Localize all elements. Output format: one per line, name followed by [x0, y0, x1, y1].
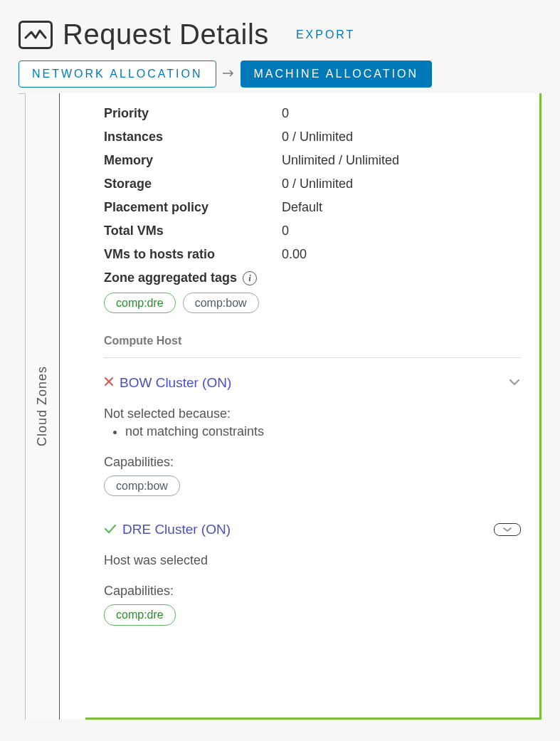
- x-icon: [104, 377, 114, 389]
- not-selected-reasons: not matching constraints: [104, 424, 521, 439]
- kv-val: 0 / Unlimited: [282, 177, 353, 191]
- info-icon[interactable]: i: [243, 271, 257, 285]
- host-selected-line: Host was selected: [104, 553, 521, 568]
- kv-key: VMs to hosts ratio: [104, 247, 282, 262]
- kv-total-vms: Total VMs 0: [104, 224, 521, 238]
- tag-comp-bow: comp:bow: [183, 293, 259, 313]
- kv-placement-policy: Placement policy Default: [104, 200, 521, 215]
- host-header-bow[interactable]: BOW Cluster (ON): [104, 375, 521, 391]
- kv-instances: Instances 0 / Unlimited: [104, 130, 521, 144]
- kv-val: Default: [282, 200, 322, 215]
- host-name: DRE Cluster (ON): [122, 522, 231, 537]
- check-icon: [104, 522, 117, 537]
- host-header-dre[interactable]: DRE Cluster (ON): [104, 522, 521, 537]
- tag-comp-dre: comp:dre: [104, 293, 176, 313]
- cloud-zones-label: Cloud Zones: [35, 366, 50, 446]
- compute-host-section-label: Compute Host: [104, 335, 521, 347]
- zone-aggregated-tags-label: Zone aggregated tags: [104, 270, 237, 285]
- kv-key: Memory: [104, 153, 282, 168]
- not-selected-header: Not selected because:: [104, 406, 521, 421]
- left-spacer: [19, 93, 26, 720]
- host-bow-cluster: BOW Cluster (ON) Not selected because: n…: [104, 375, 521, 496]
- chevron-down-icon[interactable]: [508, 377, 521, 389]
- kv-key: Total VMs: [104, 224, 282, 238]
- reason-bullet: not matching constraints: [125, 424, 521, 439]
- divider: [104, 357, 521, 358]
- capabilities-label: Capabilities:: [104, 584, 521, 599]
- allocation-tabs: NETWORK ALLOCATION MACHINE ALLOCATION: [19, 61, 541, 88]
- zone-aggregated-tags-header: Zone aggregated tags i: [104, 270, 521, 285]
- tab-machine-allocation[interactable]: MACHINE ALLOCATION: [241, 61, 433, 88]
- bow-capabilities: comp:bow: [104, 475, 521, 496]
- tab-network-allocation[interactable]: NETWORK ALLOCATION: [19, 61, 216, 88]
- host-name: BOW Cluster (ON): [120, 375, 231, 391]
- kv-storage: Storage 0 / Unlimited: [104, 177, 521, 191]
- chart-icon: [19, 21, 53, 49]
- page-header: Request Details EXPORT: [19, 19, 541, 51]
- content-area: Cloud Zones Priority 0 Instances 0 / Unl…: [19, 93, 541, 720]
- tag-comp-bow: comp:bow: [104, 475, 180, 496]
- kv-memory: Memory Unlimited / Unlimited: [104, 153, 521, 168]
- collapse-pill[interactable]: [494, 523, 521, 536]
- tag-comp-dre: comp:dre: [104, 604, 176, 625]
- kv-vms-hosts-ratio: VMs to hosts ratio 0.00: [104, 247, 521, 262]
- kv-val: 0.00: [282, 247, 307, 262]
- dre-capabilities: comp:dre: [104, 604, 521, 625]
- kv-key: Storage: [104, 177, 282, 191]
- arrow-icon: [222, 68, 235, 80]
- kv-val: 0: [282, 106, 289, 121]
- kv-val: 0 / Unlimited: [282, 130, 353, 144]
- kv-val: 0: [282, 224, 289, 238]
- kv-key: Instances: [104, 130, 282, 144]
- export-link[interactable]: EXPORT: [296, 28, 356, 41]
- cloud-zones-column: Cloud Zones: [26, 93, 60, 720]
- kv-priority: Priority 0: [104, 106, 521, 121]
- inner-spacer: [60, 93, 85, 720]
- host-dre-cluster: DRE Cluster (ON) Host was selected Capab…: [104, 522, 521, 625]
- capabilities-label: Capabilities:: [104, 455, 521, 470]
- page-title: Request Details: [63, 19, 269, 51]
- kv-key: Priority: [104, 106, 282, 121]
- kv-val: Unlimited / Unlimited: [282, 153, 399, 168]
- aggregated-tag-row: comp:dre comp:bow: [104, 293, 521, 313]
- kv-key: Placement policy: [104, 200, 282, 215]
- zone-panel: Priority 0 Instances 0 / Unlimited Memor…: [85, 93, 541, 720]
